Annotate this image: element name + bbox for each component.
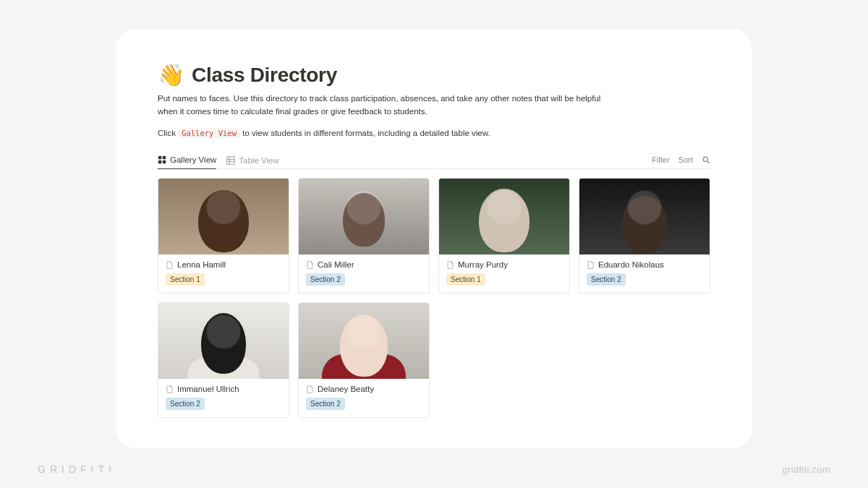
section-tag: Section 2	[587, 273, 626, 286]
page-icon	[306, 261, 314, 269]
view-toolbar: Gallery View Table View Filter Sort	[158, 155, 710, 169]
page-icon	[306, 385, 314, 393]
page-icon	[446, 261, 454, 269]
tab-table-view[interactable]: Table View	[226, 155, 278, 169]
student-name: Delaney Beatty	[318, 385, 374, 393]
gallery-grid: Lenna Hamill Section 1 Cali Miller Secti…	[158, 178, 710, 418]
gallery-icon	[158, 155, 166, 164]
student-card[interactable]: Immanuel Ullrich Section 2	[158, 302, 289, 418]
student-photo	[158, 303, 289, 379]
student-name: Eduardo Nikolaus	[598, 260, 664, 269]
svg-rect-1	[163, 156, 166, 160]
student-photo	[439, 179, 569, 254]
page-icon	[166, 261, 174, 269]
toolbar-right: Filter Sort	[652, 155, 710, 168]
card-body: Murray Purdy Section 1	[439, 254, 569, 293]
page-icon	[587, 261, 595, 269]
table-icon	[226, 156, 235, 165]
card-body: Delaney Beatty Section 2	[299, 379, 429, 417]
student-photo	[299, 179, 429, 254]
card-body: Lenna Hamill Section 1	[158, 254, 289, 293]
card-body: Immanuel Ullrich Section 2	[158, 379, 289, 417]
brand-url: gridfiti.com	[783, 464, 830, 475]
student-photo	[579, 179, 710, 254]
tab-label: Gallery View	[170, 155, 216, 164]
hint-prefix: Click	[158, 129, 178, 137]
card-body: Cali Miller Section 2	[299, 254, 429, 293]
section-tag: Section 2	[166, 398, 205, 410]
page-title-row: 👋 Class Directory	[158, 64, 710, 87]
student-name: Immanuel Ullrich	[177, 385, 239, 393]
section-tag: Section 2	[306, 273, 345, 286]
student-card[interactable]: Delaney Beatty Section 2	[298, 302, 430, 418]
tab-gallery-view[interactable]: Gallery View	[158, 155, 216, 169]
svg-rect-4	[227, 157, 235, 165]
page-description: Put names to faces. Use this directory t…	[158, 93, 621, 119]
page-title: Class Directory	[192, 64, 337, 87]
student-card[interactable]: Cali Miller Section 2	[298, 178, 430, 294]
student-name: Lenna Hamill	[177, 260, 226, 269]
section-tag: Section 1	[166, 273, 205, 286]
page-icon	[166, 385, 174, 393]
student-card[interactable]: Lenna Hamill Section 1	[158, 178, 289, 294]
student-card[interactable]: Eduardo Nikolaus Section 2	[579, 178, 710, 294]
svg-line-9	[707, 161, 710, 163]
student-photo	[158, 179, 289, 254]
view-tabs: Gallery View Table View	[158, 155, 279, 168]
svg-rect-3	[163, 160, 166, 164]
app-window: 👋 Class Directory Put names to faces. Us…	[116, 29, 752, 448]
page-hint: Click Gallery View to view students in d…	[158, 127, 621, 140]
student-card[interactable]: Murray Purdy Section 1	[438, 178, 570, 294]
tab-label: Table View	[239, 156, 278, 165]
section-tag: Section 1	[446, 273, 485, 286]
student-photo	[299, 303, 429, 379]
section-tag: Section 2	[306, 398, 345, 410]
student-name: Cali Miller	[318, 260, 354, 269]
svg-rect-0	[158, 156, 162, 160]
sort-button[interactable]: Sort	[678, 155, 693, 164]
student-name: Murray Purdy	[458, 260, 508, 269]
filter-button[interactable]: Filter	[652, 155, 669, 164]
hint-code: Gallery View	[178, 128, 240, 138]
brand-logo: GRIDFITI	[38, 463, 116, 475]
svg-rect-2	[158, 160, 162, 164]
hint-suffix: to view students in different formats, i…	[242, 129, 490, 137]
search-icon[interactable]	[702, 155, 710, 164]
card-body: Eduardo Nikolaus Section 2	[579, 254, 710, 293]
page-emoji: 👋	[158, 64, 184, 86]
